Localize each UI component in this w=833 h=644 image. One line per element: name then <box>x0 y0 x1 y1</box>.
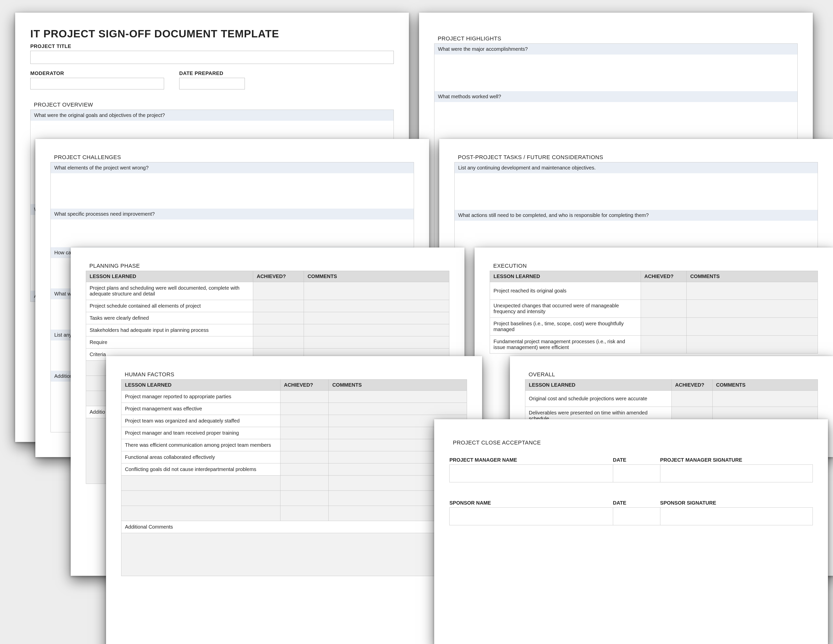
input-sponsor-date[interactable] <box>613 508 660 525</box>
table-row: Conflicting goals did not cause interdep… <box>121 464 467 475</box>
label-project-title: PROJECT TITLE <box>30 43 394 49</box>
table-row: Functional areas collaborated effectivel… <box>121 451 467 464</box>
input-pm-sig[interactable] <box>660 465 812 482</box>
document-title: IT PROJECT SIGN-OFF DOCUMENT TEMPLATE <box>30 28 394 40</box>
prompt-post-actions: What actions still need to be completed,… <box>455 210 818 221</box>
col-achieved: ACHIEVED? <box>253 271 304 282</box>
prompt-overview-goals: What were the original goals and objecti… <box>31 110 394 121</box>
col-lesson: LESSON LEARNED <box>86 271 253 282</box>
table-row: Project manager reported to appropriate … <box>121 391 467 403</box>
input-sponsor-sig[interactable] <box>660 508 812 525</box>
table-overall: LESSON LEARNED ACHIEVED? COMMENTS Origin… <box>525 379 818 425</box>
label-sponsor-sig: SPONSOR SIGNATURE <box>660 500 812 508</box>
label-project-challenges: PROJECT CHALLENGES <box>54 154 414 161</box>
col-lesson: LESSON LEARNED <box>525 380 672 391</box>
input-pm-date[interactable] <box>613 465 660 482</box>
col-comments: COMMENTS <box>687 271 818 282</box>
prompt-challenges-wrong: What elements of the project went wrong? <box>51 163 414 173</box>
col-comments: COMMENTS <box>304 271 449 282</box>
col-comments: COMMENTS <box>329 380 467 391</box>
label-project-highlights: PROJECT HIGHLIGHTS <box>438 35 798 42</box>
table-execution: LESSON LEARNED ACHIEVED? COMMENTS Projec… <box>490 271 818 354</box>
table-row: Require <box>86 336 449 349</box>
label-overall: OVERALL <box>529 371 818 378</box>
table-row: Project plans and scheduling were well d… <box>86 282 449 300</box>
page-human-factors: HUMAN FACTORS LESSON LEARNED ACHIEVED? C… <box>106 356 482 644</box>
prompt-highlights-accomplishments: What were the major accomplishments? <box>434 44 798 55</box>
table-row: Project reached its original goals <box>490 282 818 300</box>
table-row: Fundamental project management processes… <box>490 336 818 354</box>
col-achieved: ACHIEVED? <box>671 380 712 391</box>
input-sponsor-name[interactable] <box>450 508 613 525</box>
table-row: Unexpected changes that occurred were of… <box>490 300 818 318</box>
prompt-highlights-methods: What methods worked well? <box>434 91 798 102</box>
input-date-prepared[interactable] <box>179 78 245 89</box>
table-row: Project manager and team received proper… <box>121 427 467 439</box>
table-row: There was efficient communication among … <box>121 439 467 451</box>
table-row <box>121 491 467 506</box>
label-sponsor-name: SPONSOR NAME <box>450 500 613 508</box>
textarea-highlights-accomplishments[interactable] <box>434 55 798 91</box>
textarea-post-list[interactable] <box>455 173 818 210</box>
label-pm-name: PROJECT MANAGER NAME <box>450 457 613 465</box>
table-human: LESSON LEARNED ACHIEVED? COMMENTS Projec… <box>121 379 467 576</box>
label-planning-phase: PLANNING PHASE <box>89 262 449 269</box>
label-date: DATE <box>613 457 660 465</box>
textarea-challenges-improve[interactable] <box>51 219 414 247</box>
label-post-project: POST-PROJECT TASKS / FUTURE CONSIDERATIO… <box>458 154 818 161</box>
prompt-challenges-improve: What specific processes need improvement… <box>51 209 414 219</box>
table-row: Project schedule contained all elements … <box>86 300 449 312</box>
col-lesson: LESSON LEARNED <box>121 380 280 391</box>
table-row: Tasks were clearly defined <box>86 312 449 324</box>
label-moderator: MODERATOR <box>30 71 164 76</box>
textarea-human-additional[interactable] <box>121 533 467 576</box>
col-lesson: LESSON LEARNED <box>490 271 641 282</box>
prompt-post-list: List any continuing development and main… <box>455 163 818 173</box>
label-project-close: PROJECT CLOSE ACCEPTANCE <box>453 440 813 446</box>
signoff-sponsor: SPONSOR NAME DATE SPONSOR SIGNATURE <box>449 500 813 525</box>
input-pm-name[interactable] <box>450 465 613 482</box>
label-pm-sig: PROJECT MANAGER SIGNATURE <box>660 457 812 465</box>
label-additional-comments: Additional Comments <box>121 521 467 533</box>
col-achieved: ACHIEVED? <box>280 380 329 391</box>
textarea-challenges-wrong[interactable] <box>51 173 414 209</box>
table-row <box>121 475 467 491</box>
table-row: Project baselines (i.e., time, scope, co… <box>490 318 818 336</box>
table-row: Original cost and schedule projections w… <box>525 391 818 407</box>
table-row: Project management was effective <box>121 403 467 415</box>
label-date: DATE <box>613 500 660 508</box>
col-achieved: ACHIEVED? <box>641 271 687 282</box>
col-comments: COMMENTS <box>712 380 818 391</box>
table-row <box>121 506 467 521</box>
label-project-overview: PROJECT OVERVIEW <box>34 101 394 108</box>
input-project-title[interactable] <box>30 51 394 64</box>
input-moderator[interactable] <box>30 78 164 89</box>
signoff-pm: PROJECT MANAGER NAME DATE PROJECT MANAGE… <box>449 457 813 482</box>
label-human-factors: HUMAN FACTORS <box>125 371 467 378</box>
page-close-acceptance: PROJECT CLOSE ACCEPTANCE PROJECT MANAGER… <box>434 419 828 644</box>
table-row: Stakeholders had adequate input in plann… <box>86 324 449 336</box>
label-execution: EXECUTION <box>493 262 818 269</box>
label-date-prepared: DATE PREPARED <box>179 71 245 76</box>
table-row: Project team was organized and adequatel… <box>121 415 467 427</box>
